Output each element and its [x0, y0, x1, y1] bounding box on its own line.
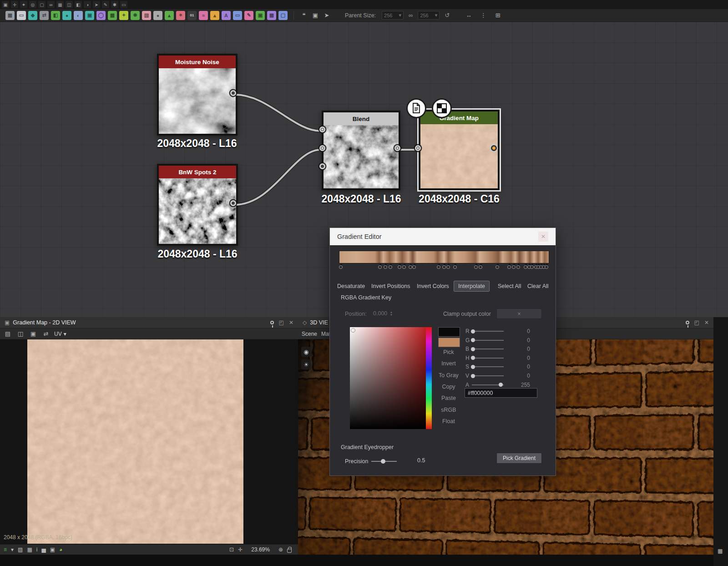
gradient-stop-handle[interactable] [530, 265, 534, 269]
color-action-paste[interactable]: Paste [435, 395, 462, 401]
color-action-invert[interactable]: Invert [435, 360, 462, 367]
gradient-stop-handle[interactable] [437, 265, 440, 269]
paint-node-icon[interactable]: ✎ [244, 11, 253, 20]
pan-tool-icon[interactable]: ✛ [11, 1, 18, 8]
hsl-node-icon[interactable]: ✦ [119, 11, 128, 20]
slider-track-H[interactable] [472, 358, 504, 359]
window-icon[interactable]: ▭ [120, 1, 127, 8]
contrast-icon[interactable]: ◑ [84, 1, 91, 8]
layers-icon[interactable]: ≡ [4, 546, 7, 553]
gradient-stop-handle[interactable] [512, 265, 516, 269]
slider-track-A[interactable] [472, 384, 504, 385]
transform-node-icon[interactable]: ⇄ [40, 11, 49, 20]
pin-panel-icon[interactable] [686, 321, 689, 324]
image-node-icon[interactable]: ▣ [256, 11, 265, 20]
saturation-value-picker[interactable] [350, 327, 426, 429]
blend-input-connector-3[interactable] [319, 163, 325, 169]
gradient-stop-handle[interactable] [442, 265, 446, 269]
node-preview-checker-button[interactable] [432, 98, 452, 118]
layer-dropdown-icon[interactable]: ▾ [11, 546, 14, 553]
slider-knob-B[interactable] [471, 347, 475, 351]
editor-button-clear-all[interactable]: Clear All [527, 283, 549, 289]
node-moisture-noise[interactable]: Moisture Noise [157, 54, 238, 136]
maximize-panel-icon[interactable]: ◰ [279, 319, 284, 326]
gradient-node-icon[interactable]: ◧ [51, 11, 60, 20]
gradient-stop-handle[interactable] [524, 265, 527, 269]
spinner-arrows-icon[interactable]: ▴▾ [390, 311, 392, 316]
tile-node-icon[interactable]: ≈ [199, 11, 208, 20]
node-bnw-spots-2[interactable]: BnW Spots 2 [157, 164, 238, 246]
gradient-stop-handle[interactable] [389, 265, 392, 269]
gradient-stop-handle[interactable] [412, 265, 416, 269]
gradient-stop-handle[interactable] [516, 265, 520, 269]
bitmap-node-icon[interactable]: ▦ [5, 11, 15, 20]
settings-icon[interactable]: ✱ [111, 1, 118, 8]
crop-icon[interactable]: ⊞ [494, 11, 502, 20]
dialog-close-button[interactable]: ✕ [538, 232, 548, 242]
pin-panel-icon[interactable] [270, 321, 274, 324]
slider-knob-R[interactable] [471, 329, 475, 334]
position-spinner[interactable]: 0.000 ▴▾ [373, 310, 392, 317]
splatter-node-icon[interactable]: ✶ [176, 11, 185, 20]
dots-icon[interactable]: ⋮ [479, 11, 487, 20]
clamp-output-button[interactable]: × [496, 308, 542, 319]
zoom-in-icon[interactable]: ⊕ [278, 546, 283, 553]
center-view-icon[interactable]: ✛ [238, 546, 243, 553]
slider-knob-S[interactable] [471, 365, 475, 369]
gradient-stop-handle[interactable] [378, 265, 382, 269]
slider-track-V[interactable] [472, 375, 504, 376]
editor-button-desaturate[interactable]: Desaturate [337, 283, 365, 289]
gradient-stop-handle[interactable] [398, 265, 401, 269]
gradient-stop-handle[interactable] [507, 265, 511, 269]
sv-cursor[interactable] [351, 328, 355, 333]
swatch-icon[interactable]: ◧ [75, 1, 82, 8]
color-action-pick[interactable]: Pick [435, 349, 462, 355]
maximize-panel-icon[interactable]: ◰ [694, 319, 699, 326]
light-icon[interactable]: ☀ [301, 359, 311, 369]
color-action-float[interactable]: Float [435, 418, 462, 424]
node-gradient-map[interactable]: Gradient Map [419, 110, 500, 190]
hex-color-input[interactable] [465, 388, 537, 398]
copy-image-icon[interactable]: ▣ [29, 330, 37, 338]
text-node-icon[interactable]: ▭ [17, 11, 26, 20]
curve-node-icon[interactable]: ◯ [96, 11, 106, 20]
gradient-stop-handle[interactable] [384, 265, 387, 269]
gradient-stop-handle[interactable] [402, 265, 406, 269]
text-a-node-icon[interactable]: A [222, 11, 231, 20]
grid-tool-icon[interactable]: ▦ [56, 1, 64, 8]
gradient-stop-handle[interactable] [446, 265, 450, 269]
dialog-titlebar[interactable]: Gradient Editor ✕ [330, 228, 556, 245]
histogram-icon[interactable]: ▅ [41, 546, 46, 553]
new-view-icon[interactable]: ▤ [4, 330, 12, 338]
gradient-stop-handle[interactable] [409, 265, 412, 269]
lock-icon[interactable] [287, 549, 292, 553]
previous-color-swatch[interactable] [438, 327, 460, 337]
atlas-node-icon[interactable]: ▦ [267, 11, 276, 20]
blur-node-icon[interactable]: ▣ [85, 11, 94, 20]
camera-icon[interactable]: ◉ [301, 347, 311, 357]
zoom-level[interactable]: 23.69% [251, 546, 270, 553]
pick-gradient-button[interactable]: Pick Gradient [496, 453, 542, 464]
editor-button-invert-colors[interactable]: Invert Colors [417, 283, 449, 289]
info-toggle-icon[interactable]: i [36, 546, 38, 553]
blend-output-connector[interactable] [394, 145, 400, 151]
parent-height-select[interactable]: 256▾ [418, 11, 440, 20]
zoom-tool-icon[interactable]: ◎ [29, 1, 36, 8]
editor-button-invert-positions[interactable]: Invert Positions [371, 283, 410, 289]
parent-width-select[interactable]: 256▾ [382, 11, 404, 20]
slider-knob-H[interactable] [471, 356, 475, 360]
gradient-stop-handle[interactable] [545, 265, 548, 269]
save-image-icon[interactable]: ◫ [16, 330, 25, 338]
node-parameters-page-button[interactable] [406, 98, 426, 118]
editor-button-select-all[interactable]: Select All [498, 283, 521, 289]
current-color-swatch[interactable] [438, 338, 460, 347]
uniform-color-node-icon[interactable]: ● [62, 11, 71, 20]
view2d-canvas[interactable]: 2048 x 2048 (RGBA, 16bpc) [0, 339, 298, 544]
gradient-map-input-connector[interactable] [415, 145, 421, 151]
editor-button-interpolate[interactable]: Interpolate [454, 281, 490, 292]
slider-knob-A[interactable] [499, 383, 503, 387]
slider-track-G[interactable] [472, 340, 504, 341]
pen-icon[interactable]: ✎ [102, 1, 109, 8]
sphere-node-icon[interactable]: ● [153, 11, 162, 20]
slider-track-S[interactable] [472, 366, 504, 367]
